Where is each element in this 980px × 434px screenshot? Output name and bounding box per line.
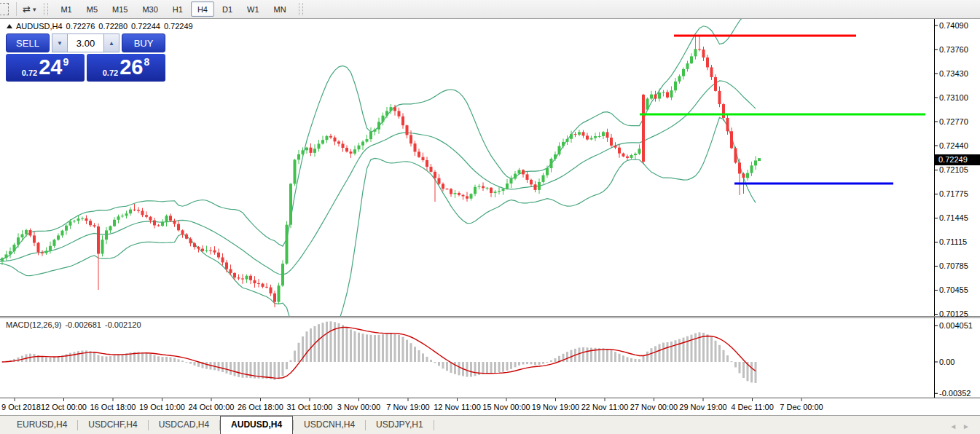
tab-AUDUSD-H4[interactable]: AUDUSD,H4 xyxy=(220,416,293,434)
toolbar-separator xyxy=(16,2,17,16)
current-price-tag: 0.72249 xyxy=(935,154,980,165)
macd-name: MACD(12,26,9) xyxy=(6,320,61,329)
chart-arrows-icon[interactable]: ⇄ xyxy=(21,4,32,15)
tab-scroll-arrows[interactable]: ◄► xyxy=(949,422,976,430)
timeframe-buttons: M1M5M15M30H1H4D1W1MN xyxy=(53,1,293,17)
chevron-down-icon[interactable]: ▾ xyxy=(32,6,39,13)
toolbar-grip[interactable] xyxy=(44,3,48,15)
tab-USDJPY-H1[interactable]: USDJPY,H1 xyxy=(366,416,433,434)
tab-scroll-left-icon[interactable]: ◄ xyxy=(949,422,963,430)
symbol-name: AUDUSD,H4 xyxy=(16,22,63,31)
ohlc-open: 0.72276 xyxy=(66,22,95,31)
tab-EURUSD-H4[interactable]: EURUSD,H4 xyxy=(7,416,77,434)
timeframe-button-D1[interactable]: D1 xyxy=(216,1,239,17)
timeframe-button-MN[interactable]: MN xyxy=(267,1,293,17)
macd-signal-value: -0.002120 xyxy=(105,320,141,329)
timeframe-button-M1[interactable]: M1 xyxy=(54,1,78,17)
timeframe-button-M15[interactable]: M15 xyxy=(106,1,134,17)
ohlc-low: 0.72244 xyxy=(131,22,160,31)
toolbar-grip[interactable] xyxy=(299,3,303,15)
tab-USDCNH-H4[interactable]: USDCNH,H4 xyxy=(294,416,365,434)
tab-USDCHF-H4[interactable]: USDCHF,H4 xyxy=(78,416,147,434)
top-toolbar: ⇄ ▾ M1M5M15M30H1H4D1W1MN xyxy=(0,0,980,19)
volume-decrease-button[interactable]: ▼ xyxy=(52,33,68,52)
tab-scroll-right-icon[interactable]: ► xyxy=(963,422,976,430)
volume-input[interactable]: 3.00 xyxy=(68,33,103,52)
chart-tab-bar: EURUSD,H4USDCHF,H4USDCAD,H4AUDUSD,H4USDC… xyxy=(0,415,980,434)
timeframe-button-H1[interactable]: H1 xyxy=(166,1,189,17)
sell-price-big: 24 xyxy=(39,55,62,81)
timeframe-button-M5[interactable]: M5 xyxy=(80,1,104,17)
sell-price-base: 0.72 xyxy=(22,68,37,77)
macd-indicator-label: MACD(12,26,9) -0.002681 -0.002120 xyxy=(6,320,141,329)
macd-main-value: -0.002681 xyxy=(65,320,101,329)
ohlc-high: 0.72280 xyxy=(98,22,128,31)
buy-price-big: 26 xyxy=(119,55,143,81)
tab-separator xyxy=(434,420,434,430)
buy-price-base: 0.72 xyxy=(103,68,118,77)
one-click-trade-panel: SELL ▼ 3.00 ▲ BUY 0.72 24 9 0.72 26 8 xyxy=(6,33,165,82)
tab-USDCAD-H4[interactable]: USDCAD,H4 xyxy=(149,416,219,434)
timeframe-button-H4[interactable]: H4 xyxy=(191,1,214,17)
ohlc-close: 0.72249 xyxy=(164,22,193,31)
symbol-direction-icon xyxy=(7,24,12,28)
sell-price-sup: 9 xyxy=(63,56,68,68)
timeframe-button-W1[interactable]: W1 xyxy=(240,1,266,17)
symbol-header: AUDUSD,H4 0.72276 0.72280 0.72244 0.7224… xyxy=(7,22,193,31)
macd-layer xyxy=(1,321,757,383)
mt4-window: ⇄ ▾ M1M5M15M30H1H4D1W1MN AUDUSD,H4 0.722… xyxy=(0,0,980,434)
volume-increase-button[interactable]: ▲ xyxy=(103,33,119,52)
sell-button[interactable]: SELL xyxy=(6,33,50,52)
buy-button[interactable]: BUY xyxy=(122,33,165,52)
buy-price-sup: 8 xyxy=(144,56,149,68)
sell-price-tile[interactable]: 0.72 24 9 xyxy=(6,54,85,82)
selection-tool-icon[interactable] xyxy=(0,3,9,15)
buy-price-tile[interactable]: 0.72 26 8 xyxy=(87,54,165,82)
timeframe-button-M30[interactable]: M30 xyxy=(136,1,164,17)
